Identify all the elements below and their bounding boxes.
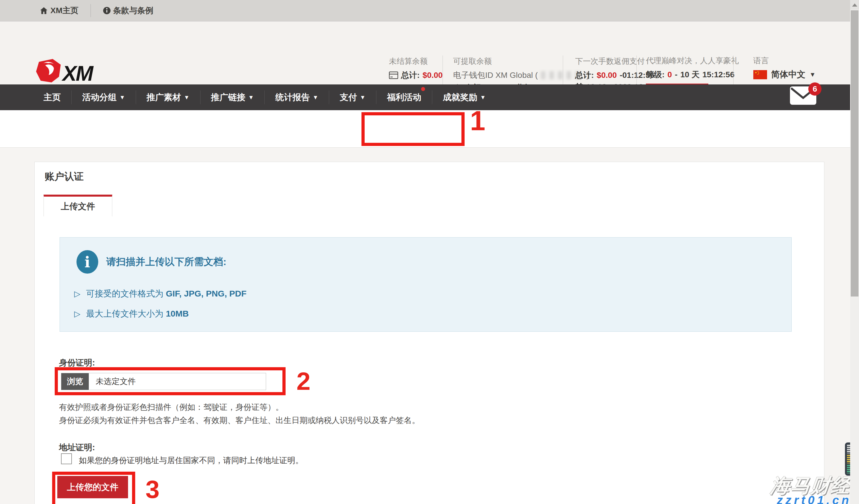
info-bullet-size: ▷ 最大上传文件大小为 10MB <box>74 308 189 320</box>
chevron-down-icon: ▼ <box>184 94 190 101</box>
info-box: i 请扫描并上传以下所需文档: ▷ 可接受的文件格式为 GIF, JPG, PN… <box>60 237 792 332</box>
annotation-digit-1: 1 <box>470 107 485 135</box>
header: XM PARTNERS 未结算余额 总计: $0.00 可提取余额 电子钱包ID… <box>0 22 859 84</box>
top-utility-bar: XM主页 条款与条例 <box>0 0 859 21</box>
identity-help-line1: 有效护照或者身份证彩色扫描件（例如：驾驶证，身份证等）。 <box>59 402 284 413</box>
xm-home-link[interactable]: XM主页 <box>40 5 78 16</box>
unsettled-title: 未结算余额 <box>389 56 442 66</box>
unsettled-total-label: 总计: <box>401 70 420 81</box>
next-payment-total-value: $0.00 <box>597 71 617 80</box>
language-selector[interactable]: 简体中文 ▼ <box>753 69 816 80</box>
nav-item-activity-groups[interactable]: 活动分组▼ <box>72 91 136 104</box>
home-icon <box>40 6 48 15</box>
annotation-digit-2: 2 <box>297 368 311 394</box>
address-proof-checkbox-text: 如果您的身份证明地址与居住国家不同，请同时上传地址证明。 <box>79 455 303 466</box>
identity-help-line2: 身份证必须为有效证件并包含客户全名、有效期、客户住址、出生日期或纳税人识别号以及… <box>59 415 420 426</box>
address-proof-checkbox[interactable] <box>61 453 72 464</box>
info-circle-icon: i <box>76 250 98 273</box>
chevron-down-icon: ▼ <box>248 94 254 101</box>
unsettled-total-value: $0.00 <box>422 71 442 80</box>
annotation-digit-3: 3 <box>146 477 160 502</box>
next-payment-total-label: 总计: <box>575 70 594 81</box>
triangle-bullet-icon: ▷ <box>74 289 80 299</box>
logo-xm-text: XM <box>62 64 92 83</box>
nav-item-promo-materials[interactable]: 推广素材▼ <box>136 91 200 104</box>
upload-your-files-button[interactable]: 上传您的文件 <box>57 476 128 498</box>
nav-item-promo-links[interactable]: 推广链接▼ <box>200 91 265 104</box>
nav-item-achievements[interactable]: 成就奖励▼ <box>432 91 496 104</box>
main-nav: 主页 活动分组▼ 推广素材▼ 推广链接▼ 统计报告▼ 支付▼ 福利活动 成就奖励… <box>0 84 859 110</box>
nav-item-statistics[interactable]: 统计报告▼ <box>265 91 329 104</box>
tab-upload-files[interactable]: 上传文件 <box>44 194 112 216</box>
user-bar: 尊敬的SAN，您好 ▼ 当前等级：Bronze 升级攻略 代理成就奖励计划，尊享… <box>0 110 859 148</box>
info-icon <box>103 6 111 15</box>
contest-time: 15:12:56 <box>702 70 734 79</box>
address-proof-label: 地址证明: <box>59 442 95 453</box>
contest-level-value: 0 <box>667 70 672 79</box>
scrollbar-thumb[interactable] <box>851 10 858 297</box>
triangle-up-icon <box>852 3 857 6</box>
chevron-down-icon: ▼ <box>119 94 125 101</box>
file-status-text: 未选定文件 <box>89 373 266 390</box>
nav-item-benefits[interactable]: 福利活动 <box>376 91 432 104</box>
language-value: 简体中文 <box>771 69 805 80</box>
language-group: 语言 简体中文 ▼ <box>753 56 816 80</box>
scrollbar-track[interactable] <box>850 0 859 504</box>
next-payment-title: 下一次手数返佣支付 <box>575 56 655 66</box>
contest-level-label: 等级: <box>646 69 664 80</box>
triangle-bullet-icon: ▷ <box>74 309 80 318</box>
bull-logo-icon <box>35 58 61 83</box>
inbox-button[interactable]: 6 <box>790 86 820 108</box>
contest-title: 代理巅峰对决，人人享豪礼 <box>646 56 739 66</box>
identity-file-input[interactable]: 浏览 未选定文件 <box>61 373 266 390</box>
china-flag-icon <box>753 70 767 79</box>
xm-home-label: XM主页 <box>50 5 78 16</box>
terms-label: 条款与条例 <box>113 5 153 16</box>
browse-button[interactable]: 浏览 <box>61 373 89 390</box>
identity-proof-label: 身份证明: <box>59 357 95 368</box>
card-icon <box>389 72 398 79</box>
wallet-id-prefix: 电子钱包ID XM Global ( <box>453 70 538 81</box>
chevron-down-icon: ▼ <box>480 94 486 101</box>
nav-item-payments[interactable]: 支付▼ <box>329 91 376 104</box>
info-heading: 请扫描并上传以下所需文档: <box>106 255 226 268</box>
page-title: 账户认证 <box>45 170 84 183</box>
scrollbar-up-button[interactable] <box>850 0 859 10</box>
info-bullet-formats: ▷ 可接受的文件格式为 GIF, JPG, PNG, PDF <box>74 288 246 300</box>
terms-link[interactable]: 条款与条例 <box>103 5 153 16</box>
inbox-unread-badge: 6 <box>808 82 822 96</box>
withdrawable-title: 可提取余额 <box>453 56 589 66</box>
contest-dash: - <box>675 70 677 79</box>
chevron-down-icon: ▼ <box>313 94 318 101</box>
watermark-url: zzrt01.cn <box>777 493 852 504</box>
contest-days: 10 天 <box>680 69 699 80</box>
language-label: 语言 <box>753 56 816 66</box>
account-verification-card: 账户认证 上传文件 i 请扫描并上传以下所需文档: ▷ 可接受的文件格式为 GI… <box>34 162 824 504</box>
notification-dot <box>421 87 425 91</box>
nav-item-home[interactable]: 主页 <box>44 91 72 104</box>
chevron-down-icon: ▼ <box>360 94 365 101</box>
chevron-down-icon: ▼ <box>810 71 816 78</box>
unsettled-balance-group: 未结算余额 总计: $0.00 <box>389 56 442 81</box>
